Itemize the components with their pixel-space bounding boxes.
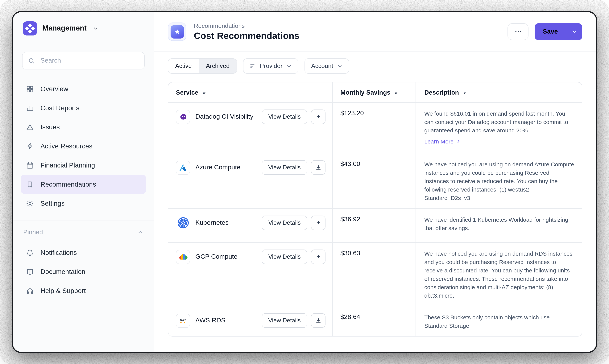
pinned-section-header[interactable]: Pinned	[13, 221, 154, 243]
breadcrumb: Recommendations	[194, 22, 299, 29]
sidebar-item-cost-reports[interactable]: Cost Reports	[21, 98, 146, 117]
sidebar-item-recommendations[interactable]: Recommendations	[21, 175, 146, 194]
download-button[interactable]	[311, 313, 325, 328]
page-header: Recommendations Cost Recommendations Sav…	[154, 12, 596, 52]
sort-icon[interactable]	[463, 89, 469, 95]
view-details-button[interactable]: View Details	[262, 160, 307, 175]
svg-text:aws: aws	[180, 318, 186, 322]
status-tabs: Active Archived	[168, 58, 237, 74]
sidebar-item-issues[interactable]: Issues	[21, 117, 146, 137]
table-row: Kubernetes View Details $36.92	[168, 209, 582, 243]
service-name: AWS RDS	[195, 317, 225, 324]
sidebar-item-help-support[interactable]: Help & Support	[21, 281, 146, 300]
sidebar-item-label: Overview	[40, 85, 68, 93]
save-button[interactable]: Save	[535, 23, 566, 40]
download-button[interactable]	[311, 109, 325, 124]
sidebar-item-label: Recommendations	[40, 180, 96, 188]
app-window: Management Overview	[12, 11, 597, 353]
provider-filter-button[interactable]: Provider	[243, 58, 298, 74]
service-name: GCP Compute	[195, 253, 237, 260]
column-label: Description	[424, 89, 459, 96]
learn-more-label: Learn More	[424, 138, 454, 145]
workspace-switcher[interactable]: Management	[13, 12, 154, 44]
sidebar-nav: Overview Cost Reports Issues	[13, 79, 154, 213]
aws-logo-icon: aws	[176, 313, 190, 327]
app-logo	[23, 21, 37, 35]
savings-cell: $36.92	[332, 209, 415, 242]
sidebar-item-documentation[interactable]: Documentation	[21, 262, 146, 281]
search-box[interactable]	[22, 52, 145, 69]
sidebar-item-label: Help & Support	[40, 287, 86, 295]
page-title: Cost Recommendations	[194, 30, 299, 41]
workspace-name: Management	[42, 24, 87, 32]
view-details-button[interactable]: View Details	[262, 249, 307, 264]
column-label: Monthly Savings	[340, 89, 390, 96]
view-details-button[interactable]: View Details	[262, 313, 307, 328]
monthly-savings-value: $28.64	[340, 313, 360, 321]
pinned-label: Pinned	[23, 228, 43, 236]
screen: Management Overview	[0, 0, 609, 364]
column-header-service[interactable]: Service	[168, 82, 332, 102]
grid-icon	[26, 85, 34, 93]
table-row: Azure Compute View Details $43.00	[168, 153, 582, 209]
chevron-right-icon	[456, 139, 461, 144]
sidebar-item-notifications[interactable]: Notifications	[21, 243, 146, 262]
column-header-monthly-savings[interactable]: Monthly Savings	[332, 82, 415, 102]
sidebar-item-settings[interactable]: Settings	[21, 194, 146, 213]
download-button[interactable]	[311, 216, 325, 230]
filter-lines-icon	[249, 63, 256, 69]
sort-icon[interactable]	[394, 89, 400, 95]
sort-icon[interactable]	[202, 89, 208, 95]
sidebar-item-label: Financial Planning	[40, 161, 95, 169]
tab-active[interactable]: Active	[168, 59, 199, 73]
calendar-icon	[26, 161, 34, 169]
page-icon	[168, 23, 186, 41]
sidebar-item-label: Settings	[40, 199, 65, 207]
bar-chart-icon	[26, 104, 34, 112]
sidebar-item-active-resources[interactable]: Active Resources	[21, 137, 146, 156]
chevron-down-icon	[286, 63, 292, 69]
service-cell: Azure Compute View Details	[168, 153, 332, 208]
service-cell: GCP Compute View Details	[168, 243, 332, 306]
tab-archived[interactable]: Archived	[199, 59, 237, 73]
header-actions: Save	[508, 23, 582, 40]
table-row: GCP Compute View Details $30.63	[168, 243, 582, 306]
savings-cell: $43.00	[332, 153, 415, 208]
account-filter-button[interactable]: Account	[305, 58, 349, 74]
bookmark-icon	[26, 180, 34, 188]
search-input[interactable]	[40, 56, 139, 65]
recommendations-table: Service Monthly Savings De	[168, 82, 582, 337]
datadog-logo-icon	[176, 110, 190, 124]
download-button[interactable]	[311, 160, 325, 175]
column-label: Service	[176, 89, 198, 96]
headphones-icon	[26, 286, 34, 295]
more-options-button[interactable]	[508, 23, 529, 40]
description-text: We have identified 1 Kubernetes Workload…	[424, 216, 574, 232]
savings-cell: $123.20	[332, 103, 415, 153]
description-text: We have noticed you are using on demand …	[424, 249, 574, 300]
service-cell: aws AWS RDS View Details	[168, 306, 332, 336]
description-cell: These S3 Buckets only contain objects wh…	[415, 306, 582, 336]
view-details-button[interactable]: View Details	[262, 109, 307, 124]
service-cell: Kubernetes View Details	[168, 209, 332, 242]
search-icon	[28, 57, 35, 64]
description-text: We found $616.01 in on demand spend last…	[424, 109, 574, 135]
sidebar-item-label: Notifications	[40, 248, 77, 257]
savings-cell: $28.64	[332, 306, 415, 336]
monthly-savings-value: $43.00	[340, 160, 360, 168]
download-button[interactable]	[311, 249, 325, 264]
service-name: Kubernetes	[195, 219, 229, 227]
learn-more-link[interactable]: Learn More	[424, 138, 461, 145]
column-header-description[interactable]: Description	[415, 82, 582, 102]
description-text: These S3 Buckets only contain objects wh…	[424, 313, 574, 330]
sidebar-item-overview[interactable]: Overview	[21, 79, 146, 98]
main-content: Recommendations Cost Recommendations Sav…	[154, 12, 596, 352]
gear-icon	[26, 199, 34, 208]
service-name: Datadog CI Visibility	[195, 113, 253, 121]
sidebar-item-financial-planning[interactable]: Financial Planning	[21, 156, 146, 175]
star-icon	[170, 25, 184, 38]
sidebar-item-label: Documentation	[40, 268, 85, 276]
download-icon	[315, 254, 322, 260]
save-dropdown-button[interactable]	[566, 23, 582, 40]
view-details-button[interactable]: View Details	[262, 216, 307, 230]
